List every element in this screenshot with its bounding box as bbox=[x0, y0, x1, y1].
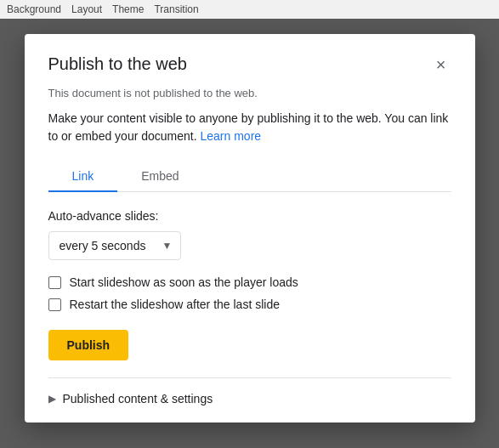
dropdown-wrapper: every 1 second every 2 seconds every 3 s… bbox=[48, 231, 451, 260]
menu-item-background[interactable]: Background bbox=[7, 3, 61, 15]
divider bbox=[48, 377, 451, 378]
start-slideshow-checkbox[interactable] bbox=[48, 276, 61, 289]
restart-slideshow-label: Restart the slideshow after the last sli… bbox=[70, 298, 280, 311]
close-button[interactable]: × bbox=[431, 54, 451, 75]
published-settings[interactable]: ▶ Published content & settings bbox=[48, 392, 451, 405]
learn-more-link[interactable]: Learn more bbox=[201, 129, 262, 143]
restart-slideshow-checkbox[interactable] bbox=[48, 298, 61, 311]
auto-advance-label: Auto-advance slides: bbox=[48, 209, 451, 223]
publish-to-web-dialog: Publish to the web × This document is no… bbox=[25, 34, 475, 422]
restart-slideshow-checkbox-label[interactable]: Restart the slideshow after the last sli… bbox=[48, 298, 451, 311]
published-settings-label: Published content & settings bbox=[63, 392, 213, 405]
dropdown-container: every 1 second every 2 seconds every 3 s… bbox=[48, 231, 181, 260]
tabs: Link Embed bbox=[48, 161, 451, 192]
menu-item-transition[interactable]: Transition bbox=[154, 3, 198, 15]
checkbox-group: Start slideshow as soon as the player lo… bbox=[48, 275, 451, 311]
start-slideshow-checkbox-label[interactable]: Start slideshow as soon as the player lo… bbox=[48, 275, 451, 289]
menu-item-layout[interactable]: Layout bbox=[71, 3, 102, 15]
start-slideshow-label: Start slideshow as soon as the player lo… bbox=[70, 275, 298, 289]
tab-link[interactable]: Link bbox=[48, 161, 118, 191]
chevron-right-icon: ▶ bbox=[48, 393, 56, 405]
auto-advance-dropdown[interactable]: every 1 second every 2 seconds every 3 s… bbox=[48, 231, 181, 260]
top-bar: Background Layout Theme Transition bbox=[0, 0, 499, 19]
tab-embed[interactable]: Embed bbox=[117, 161, 202, 191]
dialog-title: Publish to the web bbox=[48, 54, 187, 74]
dialog-header: Publish to the web × bbox=[48, 54, 451, 75]
menu-item-theme[interactable]: Theme bbox=[112, 3, 144, 15]
publish-button[interactable]: Publish bbox=[48, 330, 129, 360]
description-text: Make your content visible to anyone by p… bbox=[48, 110, 451, 145]
status-text: This document is not published to the we… bbox=[48, 87, 451, 99]
